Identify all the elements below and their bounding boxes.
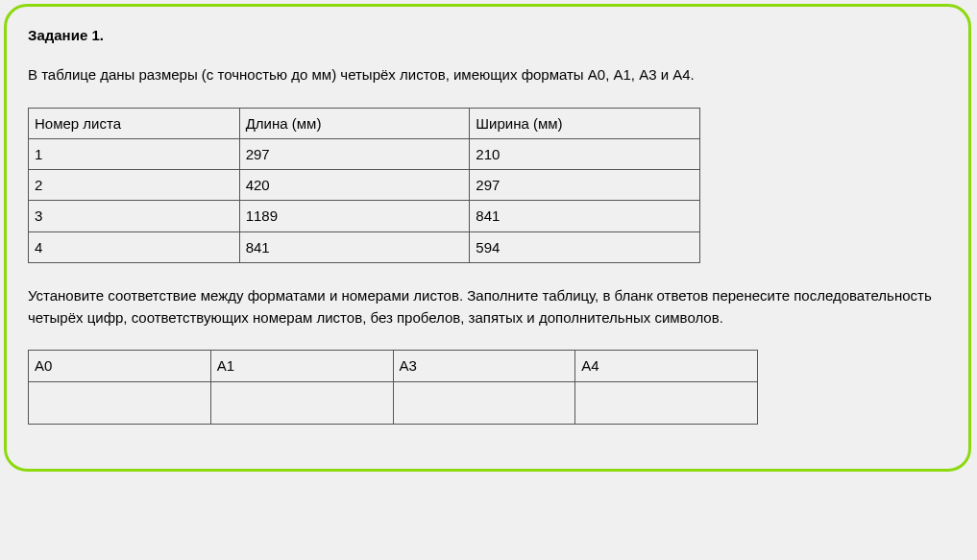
answer-header-row: А0 А1 А3 А4: [29, 351, 758, 381]
task-title: Задание 1.: [28, 24, 947, 46]
task-card: Задание 1. В таблице даны размеры (с точ…: [4, 4, 971, 472]
cell-sheet-number: 2: [29, 170, 240, 201]
cell-sheet-number: 1: [29, 138, 240, 169]
answer-header-a1: А1: [210, 351, 393, 381]
data-table: Номер листа Длина (мм) Ширина (мм) 1 297…: [28, 108, 700, 263]
header-length: Длина (мм): [239, 108, 470, 138]
answer-cell-a4[interactable]: [575, 381, 758, 424]
task-intro: В таблице даны размеры (с точностью до м…: [28, 63, 947, 85]
header-sheet-number: Номер листа: [29, 108, 240, 138]
cell-length: 1189: [239, 201, 470, 231]
answer-header-a0: А0: [29, 351, 211, 381]
answer-header-a4: А4: [575, 351, 758, 381]
cell-length: 420: [239, 170, 470, 201]
table-header-row: Номер листа Длина (мм) Ширина (мм): [29, 108, 700, 138]
answer-cell-a3[interactable]: [393, 381, 575, 424]
table-row: 4 841 594: [29, 231, 700, 262]
answer-cell-a0[interactable]: [29, 381, 211, 424]
header-width: Ширина (мм): [470, 108, 700, 138]
cell-width: 297: [470, 170, 700, 201]
task-instructions: Установите соответствие между форматами …: [28, 284, 947, 329]
answer-cell-a1[interactable]: [210, 381, 393, 424]
cell-length: 297: [239, 138, 470, 169]
table-row: 1 297 210: [29, 138, 700, 169]
answer-header-a3: А3: [393, 351, 575, 381]
cell-width: 210: [470, 138, 700, 169]
cell-length: 841: [239, 231, 470, 262]
table-row: 2 420 297: [29, 170, 700, 201]
answer-row: [29, 381, 758, 424]
table-row: 3 1189 841: [29, 201, 700, 231]
cell-sheet-number: 4: [29, 231, 240, 262]
answer-table: А0 А1 А3 А4: [28, 350, 758, 424]
cell-width: 594: [470, 231, 700, 262]
cell-sheet-number: 3: [29, 201, 240, 231]
cell-width: 841: [470, 201, 700, 231]
